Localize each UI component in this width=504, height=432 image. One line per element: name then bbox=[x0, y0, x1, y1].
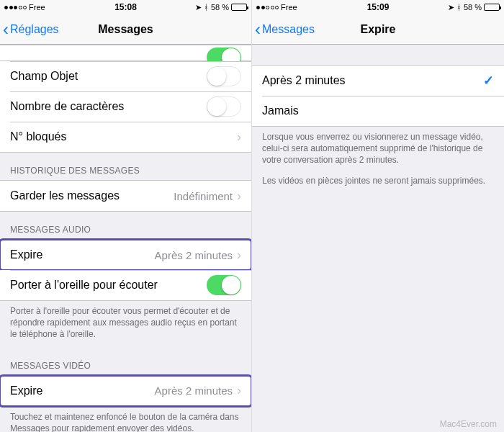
toggle-champ-objet[interactable] bbox=[207, 66, 241, 86]
option-never[interactable]: Jamais bbox=[252, 96, 504, 126]
battery-icon bbox=[484, 4, 500, 11]
cell-garder-messages[interactable]: Garder les messages Indéfiniment › bbox=[0, 181, 251, 211]
cell-porter-oreille[interactable]: Porter à l'oreille pour écouter bbox=[0, 270, 251, 300]
chevron-right-icon: › bbox=[237, 248, 241, 263]
back-button[interactable]: ‹ Réglages bbox=[0, 21, 59, 38]
chevron-left-icon: ‹ bbox=[3, 21, 9, 38]
checkmark-icon: ✓ bbox=[483, 73, 494, 89]
expire-footer-1: Lorsque vous enverrez ou visionnerez un … bbox=[252, 127, 504, 174]
option-label: Jamais bbox=[262, 104, 494, 117]
cell-label: Porter à l'oreille pour écouter bbox=[10, 279, 207, 292]
cell-champ-objet[interactable]: Champ Objet bbox=[0, 61, 251, 91]
location-icon: ➤ bbox=[448, 3, 454, 12]
back-label: Messages bbox=[262, 23, 315, 36]
group-header-history: HISTORIQUE DES MESSAGES bbox=[0, 153, 251, 180]
signal-dots-icon bbox=[4, 6, 27, 9]
cell-label: Garder les messages bbox=[10, 189, 174, 202]
battery-percent: 58 % bbox=[464, 3, 482, 12]
cell-label: Nombre de caractères bbox=[10, 100, 207, 113]
nav-bar: ‹ Messages Expire bbox=[252, 14, 504, 45]
battery-icon bbox=[231, 4, 247, 11]
toggle-porter-oreille[interactable] bbox=[207, 275, 241, 295]
cell-audio-expire[interactable]: Expire Après 2 minutes › bbox=[0, 240, 251, 270]
cell-video-expire[interactable]: Expire Après 2 minutes › bbox=[0, 376, 251, 406]
cell-value: Après 2 minutes bbox=[155, 384, 233, 397]
bluetooth-icon: ᚼ bbox=[204, 3, 209, 12]
carrier-label: Free bbox=[29, 3, 45, 12]
bluetooth-icon: ᚼ bbox=[456, 3, 462, 12]
group-footer-audio: Porter à l'oreille pour écouter vous per… bbox=[0, 301, 251, 348]
chevron-right-icon: › bbox=[237, 383, 241, 398]
group-header-audio: MESSAGES AUDIO bbox=[0, 212, 251, 239]
watermark: Mac4Ever.com bbox=[440, 419, 497, 429]
nav-title: Messages bbox=[98, 23, 153, 36]
partial-row bbox=[0, 45, 251, 61]
chevron-left-icon: ‹ bbox=[255, 21, 261, 38]
group-footer-video: Touchez et maintenez enfoncé le bouton d… bbox=[0, 407, 251, 432]
chevron-right-icon: › bbox=[237, 189, 241, 204]
signal-dots-icon bbox=[256, 6, 279, 9]
settings-list[interactable]: Champ Objet Nombre de caractères N° bloq… bbox=[0, 45, 251, 432]
status-time: 15:08 bbox=[114, 2, 137, 12]
option-label: Après 2 minutes bbox=[262, 74, 483, 87]
nav-bar: ‹ Réglages Messages bbox=[0, 14, 251, 45]
cell-label: N° bloqués bbox=[10, 130, 237, 143]
cell-nb-caracteres[interactable]: Nombre de caractères bbox=[0, 91, 251, 122]
chevron-right-icon: › bbox=[237, 130, 241, 145]
back-button[interactable]: ‹ Messages bbox=[252, 21, 315, 38]
cell-label: Champ Objet bbox=[10, 70, 207, 83]
nav-title: Expire bbox=[361, 23, 396, 36]
toggle-icon bbox=[207, 45, 241, 63]
status-bar: Free 15:08 ➤ ᚼ 58 % bbox=[0, 0, 251, 14]
status-time: 15:09 bbox=[367, 2, 390, 12]
cell-label: Expire bbox=[10, 248, 155, 261]
cell-value: Après 2 minutes bbox=[155, 249, 233, 261]
settings-list[interactable]: Après 2 minutes ✓ Jamais Lorsque vous en… bbox=[252, 45, 504, 432]
cell-n-bloques[interactable]: N° bloqués › bbox=[0, 122, 251, 152]
cell-label: Expire bbox=[10, 384, 155, 397]
battery-percent: 58 % bbox=[211, 3, 229, 12]
location-icon: ➤ bbox=[195, 3, 202, 12]
phone-left: Free 15:08 ➤ ᚼ 58 % ‹ Réglages Messages bbox=[0, 0, 252, 432]
cell-value: Indéfiniment bbox=[174, 190, 233, 202]
phone-right: Free 15:09 ➤ ᚼ 58 % ‹ Messages Expire Ap… bbox=[252, 0, 504, 432]
back-label: Réglages bbox=[10, 23, 59, 36]
expire-footer-2: Les vidéos en pièces jointes ne seront j… bbox=[252, 174, 504, 194]
toggle-nb-caracteres[interactable] bbox=[207, 96, 241, 117]
group-header-video: MESSAGES VIDÉO bbox=[0, 348, 251, 375]
option-after-2-minutes[interactable]: Après 2 minutes ✓ bbox=[252, 66, 504, 96]
carrier-label: Free bbox=[281, 3, 297, 12]
status-bar: Free 15:09 ➤ ᚼ 58 % bbox=[252, 0, 504, 14]
